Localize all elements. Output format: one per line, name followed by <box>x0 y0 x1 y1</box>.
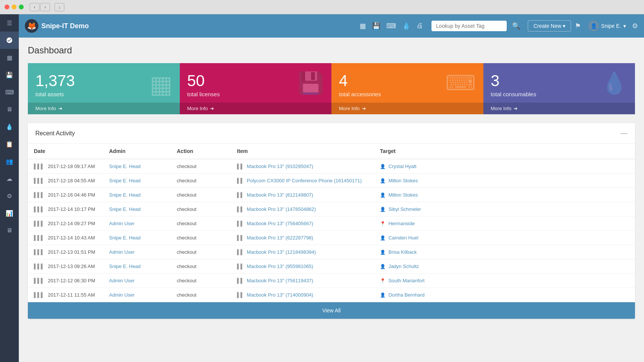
brand-name: Snipe-IT Demo <box>41 22 89 30</box>
page-title: Dashboard <box>28 45 635 56</box>
stat-footer-accessories[interactable]: More Info ➜ <box>331 103 483 114</box>
action-value: checkout <box>177 192 196 198</box>
sidebar-item-settings[interactable]: ⚙ <box>0 187 19 204</box>
target-type-icon: 👤 <box>380 264 386 269</box>
cell-item: ▌▌ Macbook Pro 13" (812149807) <box>231 188 374 202</box>
col-header-target: Target <box>374 144 635 159</box>
cell-item: ▌▌ Polycom CX3000 IP Conference Phone (1… <box>231 174 374 188</box>
target-link[interactable]: Dortha Bernhard <box>389 292 425 298</box>
stat-icon-licenses: 💾 <box>298 71 324 95</box>
admin-link[interactable]: Snipe E. Head <box>109 206 141 212</box>
item-link[interactable]: Macbook Pro 13" (910295047) <box>247 164 313 169</box>
admin-link[interactable]: Admin User <box>109 292 135 298</box>
sidebar-item-users[interactable]: 👥 <box>0 153 19 170</box>
admin-link[interactable]: Admin User <box>109 221 135 226</box>
sidebar-item-screens[interactable]: 🖥 <box>0 101 19 118</box>
item-link[interactable]: Macbook Pro 13" (1218498394) <box>247 249 316 255</box>
view-all-button[interactable]: View All <box>28 302 635 319</box>
target-link[interactable]: Milton Stokes <box>389 192 418 198</box>
target-link[interactable]: South Marianfort <box>389 278 425 283</box>
admin-link[interactable]: Snipe E. Head <box>109 164 141 169</box>
barcode-icon: ▌▌▌ <box>34 221 44 226</box>
flag-icon[interactable]: ⚑ <box>575 22 581 30</box>
save-nav-icon[interactable]: 💾 <box>372 22 380 30</box>
cell-action: checkout <box>171 174 231 188</box>
item-link[interactable]: Polycom CX3000 IP Conference Phone (1614… <box>247 178 361 183</box>
target-link[interactable]: Jadyn Schultz <box>389 264 419 269</box>
sidebar-item-monitor[interactable]: 🖥 <box>0 222 19 239</box>
settings-gear-icon[interactable]: ⚙ <box>632 22 638 30</box>
download-button[interactable]: ↓ <box>55 3 64 11</box>
asset-tag-search[interactable] <box>431 21 507 31</box>
target-link[interactable]: Camden Huel <box>389 235 419 241</box>
sidebar-item-accessories[interactable]: ⌨ <box>0 83 19 101</box>
sidebar-item-consumables[interactable]: 💧 <box>0 118 19 135</box>
activity-title: Recent Activity <box>35 130 75 137</box>
cell-target: 👤 Crystal Hyatt <box>374 159 635 174</box>
item-link[interactable]: Macbook Pro 13" (756405667) <box>247 221 313 226</box>
forward-button[interactable]: › <box>40 3 50 11</box>
item-link[interactable]: Macbook Pro 13" (756119437) <box>247 278 313 283</box>
stat-footer-consumables[interactable]: More Info ➜ <box>483 103 635 114</box>
sidebar-item-licenses[interactable]: 💾 <box>0 66 19 83</box>
item-barcode-icon: ▌▌ <box>237 235 244 241</box>
user-name: Snipe E. <box>601 23 621 29</box>
sidebar-item-assets[interactable] <box>0 32 19 49</box>
create-new-label: Create New <box>533 23 561 29</box>
col-header-date: Date <box>28 144 103 159</box>
date-value: 2017-12-12 06:30 PM <box>48 278 95 283</box>
print-nav-icon[interactable]: 🖨 <box>416 22 423 30</box>
item-link[interactable]: Macbook Pro 13" (1478504862) <box>247 206 316 212</box>
back-button[interactable]: ‹ <box>30 3 39 11</box>
minimize-button[interactable] <box>12 5 17 9</box>
admin-link[interactable]: Snipe E. Head <box>109 264 141 269</box>
close-button[interactable] <box>5 5 9 9</box>
item-link[interactable]: Macbook Pro 13" (955981065) <box>247 264 313 269</box>
action-value: checkout <box>177 249 196 255</box>
admin-link[interactable]: Admin User <box>109 249 135 255</box>
target-link[interactable]: Crystal Hyatt <box>389 164 416 169</box>
target-type-icon: 👤 <box>380 207 386 212</box>
more-info-accessories-label: More Info <box>339 106 360 111</box>
item-link[interactable]: Macbook Pro 13" (622287798) <box>247 235 313 241</box>
target-link[interactable]: Brisa Kilback <box>389 249 417 255</box>
cell-item: ▌▌ Macbook Pro 13" (756405667) <box>231 217 374 231</box>
sidebar-item-reports[interactable]: 📊 <box>0 204 19 222</box>
table-row: ▌▌▌ 2017-12-13 01:51 PM Admin User check… <box>28 245 635 259</box>
target-link[interactable]: Sibyl Schmeler <box>389 206 421 212</box>
action-value: checkout <box>177 278 196 283</box>
target-link[interactable]: Milton Stokes <box>389 178 418 183</box>
activity-header: Recent Activity — <box>28 123 635 144</box>
barcode-nav-icon[interactable]: ▦ <box>360 22 366 30</box>
admin-link[interactable]: Snipe E. Head <box>109 235 141 241</box>
brand-logo: 🦊 <box>27 21 36 30</box>
more-info-licenses-label: More Info <box>187 106 208 111</box>
barcode-icon: ▌▌▌ <box>34 264 44 269</box>
sidebar-item-cloud[interactable]: ☁ <box>0 170 19 187</box>
cell-admin: Admin User <box>103 288 171 302</box>
user-menu[interactable]: 👤 Snipe E. ▾ <box>588 21 626 31</box>
item-link[interactable]: Macbook Pro 13" (714000904) <box>247 292 313 298</box>
barcode-icon: ▌▌▌ <box>34 192 44 198</box>
stat-footer-assets[interactable]: More Info ➜ <box>28 103 180 114</box>
cell-action: checkout <box>171 274 231 288</box>
target-link[interactable]: Hermanside <box>389 221 415 226</box>
sidebar-item-menu[interactable]: ☰ <box>0 14 19 32</box>
admin-link[interactable]: Snipe E. Head <box>109 178 141 183</box>
keyboard-nav-icon[interactable]: ⌨ <box>386 22 396 30</box>
stat-footer-licenses[interactable]: More Info ➜ <box>180 103 332 114</box>
maximize-button[interactable] <box>19 5 24 9</box>
drop-nav-icon[interactable]: 💧 <box>402 22 410 30</box>
sidebar-item-dashboard[interactable]: ▦ <box>0 49 19 66</box>
activity-collapse-button[interactable]: — <box>621 129 627 137</box>
user-avatar: 👤 <box>588 21 599 31</box>
col-header-item: Item <box>231 144 374 159</box>
create-new-button[interactable]: Create New ▾ <box>528 20 571 32</box>
cell-admin: Snipe E. Head <box>103 259 171 274</box>
cell-date: ▌▌▌ 2017-12-12 06:30 PM <box>28 274 103 288</box>
item-link[interactable]: Macbook Pro 13" (812149807) <box>247 192 313 198</box>
sidebar-item-components[interactable]: 📋 <box>0 135 19 153</box>
admin-link[interactable]: Admin User <box>109 278 135 283</box>
search-button[interactable]: 🔍 <box>512 22 520 30</box>
admin-link[interactable]: Snipe E. Head <box>109 192 141 198</box>
